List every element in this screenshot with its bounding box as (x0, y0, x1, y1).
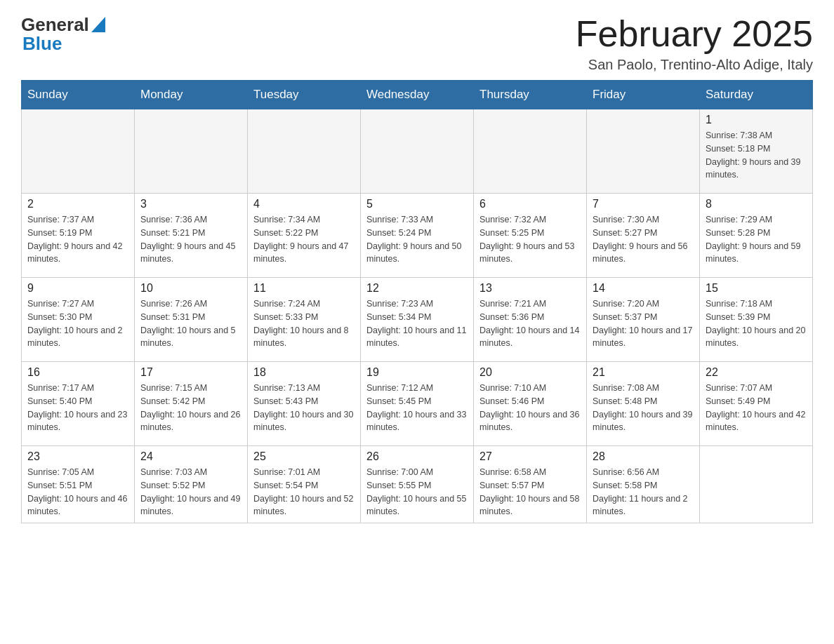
day-number: 18 (253, 366, 355, 379)
calendar-week-row: 1Sunrise: 7:38 AM Sunset: 5:18 PM Daylig… (22, 109, 813, 194)
day-number: 17 (140, 366, 241, 379)
day-number: 15 (706, 282, 807, 295)
weekday-header-sunday: Sunday (22, 81, 135, 109)
calendar-cell: 8Sunrise: 7:29 AM Sunset: 5:28 PM Daylig… (700, 194, 813, 278)
weekday-header-tuesday: Tuesday (248, 81, 361, 109)
day-number: 7 (593, 198, 694, 210)
calendar-cell (474, 109, 587, 194)
day-number: 21 (593, 366, 694, 379)
page-header: General Blue February 2025 San Paolo, Tr… (21, 14, 813, 73)
calendar-cell: 19Sunrise: 7:12 AM Sunset: 5:45 PM Dayli… (361, 362, 474, 446)
day-number: 8 (706, 198, 807, 210)
weekday-header-thursday: Thursday (474, 81, 587, 109)
day-info: Sunrise: 7:29 AM Sunset: 5:28 PM Dayligh… (706, 213, 807, 266)
day-number: 25 (253, 450, 355, 463)
weekday-header-row: SundayMondayTuesdayWednesdayThursdayFrid… (22, 81, 813, 109)
day-number: 4 (253, 198, 355, 210)
day-info: Sunrise: 7:01 AM Sunset: 5:54 PM Dayligh… (253, 466, 355, 518)
day-info: Sunrise: 7:13 AM Sunset: 5:43 PM Dayligh… (253, 382, 355, 434)
calendar-cell: 1Sunrise: 7:38 AM Sunset: 5:18 PM Daylig… (700, 109, 813, 194)
day-number: 19 (366, 366, 468, 379)
day-info: Sunrise: 7:38 AM Sunset: 5:18 PM Dayligh… (706, 129, 807, 182)
day-info: Sunrise: 7:36 AM Sunset: 5:21 PM Dayligh… (140, 213, 241, 266)
calendar-cell: 23Sunrise: 7:05 AM Sunset: 5:51 PM Dayli… (22, 446, 135, 523)
calendar-cell: 14Sunrise: 7:20 AM Sunset: 5:37 PM Dayli… (587, 278, 700, 362)
day-number: 28 (593, 450, 694, 463)
day-info: Sunrise: 6:56 AM Sunset: 5:58 PM Dayligh… (593, 466, 694, 518)
calendar-week-row: 16Sunrise: 7:17 AM Sunset: 5:40 PM Dayli… (22, 362, 813, 446)
calendar-cell (361, 109, 474, 194)
calendar-cell: 17Sunrise: 7:15 AM Sunset: 5:42 PM Dayli… (135, 362, 248, 446)
calendar-cell: 3Sunrise: 7:36 AM Sunset: 5:21 PM Daylig… (135, 194, 248, 278)
calendar-cell (587, 109, 700, 194)
calendar-week-row: 23Sunrise: 7:05 AM Sunset: 5:51 PM Dayli… (22, 446, 813, 523)
day-info: Sunrise: 7:17 AM Sunset: 5:40 PM Dayligh… (27, 382, 128, 434)
calendar-cell (22, 109, 135, 194)
calendar-cell: 20Sunrise: 7:10 AM Sunset: 5:46 PM Dayli… (474, 362, 587, 446)
day-info: Sunrise: 7:12 AM Sunset: 5:45 PM Dayligh… (366, 382, 468, 434)
calendar-cell: 24Sunrise: 7:03 AM Sunset: 5:52 PM Dayli… (135, 446, 248, 523)
title-area: February 2025 San Paolo, Trentino-Alto A… (576, 14, 813, 73)
day-info: Sunrise: 7:23 AM Sunset: 5:34 PM Dayligh… (366, 297, 468, 350)
calendar-cell: 15Sunrise: 7:18 AM Sunset: 5:39 PM Dayli… (700, 278, 813, 362)
calendar-cell: 18Sunrise: 7:13 AM Sunset: 5:43 PM Dayli… (248, 362, 361, 446)
svg-marker-0 (91, 17, 105, 32)
day-number: 3 (140, 198, 241, 210)
day-number: 1 (706, 114, 807, 126)
day-info: Sunrise: 7:27 AM Sunset: 5:30 PM Dayligh… (27, 297, 128, 350)
day-info: Sunrise: 7:32 AM Sunset: 5:25 PM Dayligh… (479, 213, 581, 266)
day-info: Sunrise: 7:00 AM Sunset: 5:55 PM Dayligh… (366, 466, 468, 518)
day-number: 14 (593, 282, 694, 295)
logo-triangle-icon (91, 17, 105, 35)
day-number: 6 (479, 198, 581, 210)
calendar-cell: 6Sunrise: 7:32 AM Sunset: 5:25 PM Daylig… (474, 194, 587, 278)
calendar-cell: 13Sunrise: 7:21 AM Sunset: 5:36 PM Dayli… (474, 278, 587, 362)
day-number: 22 (706, 366, 807, 379)
day-info: Sunrise: 7:30 AM Sunset: 5:27 PM Dayligh… (593, 213, 694, 266)
day-number: 26 (366, 450, 468, 463)
day-number: 23 (27, 450, 128, 463)
calendar-cell: 2Sunrise: 7:37 AM Sunset: 5:19 PM Daylig… (22, 194, 135, 278)
calendar-cell: 21Sunrise: 7:08 AM Sunset: 5:48 PM Dayli… (587, 362, 700, 446)
day-info: Sunrise: 7:21 AM Sunset: 5:36 PM Dayligh… (479, 297, 581, 350)
day-info: Sunrise: 6:58 AM Sunset: 5:57 PM Dayligh… (479, 466, 581, 518)
day-info: Sunrise: 7:34 AM Sunset: 5:22 PM Dayligh… (253, 213, 355, 266)
day-number: 5 (366, 198, 468, 210)
day-info: Sunrise: 7:08 AM Sunset: 5:48 PM Dayligh… (593, 382, 694, 434)
calendar-cell: 25Sunrise: 7:01 AM Sunset: 5:54 PM Dayli… (248, 446, 361, 523)
day-number: 11 (253, 282, 355, 295)
day-info: Sunrise: 7:33 AM Sunset: 5:24 PM Dayligh… (366, 213, 468, 266)
month-title: February 2025 (576, 14, 813, 54)
calendar-week-row: 9Sunrise: 7:27 AM Sunset: 5:30 PM Daylig… (22, 278, 813, 362)
calendar-cell: 16Sunrise: 7:17 AM Sunset: 5:40 PM Dayli… (22, 362, 135, 446)
weekday-header-friday: Friday (587, 81, 700, 109)
day-info: Sunrise: 7:24 AM Sunset: 5:33 PM Dayligh… (253, 297, 355, 350)
day-info: Sunrise: 7:20 AM Sunset: 5:37 PM Dayligh… (593, 297, 694, 350)
calendar-cell (700, 446, 813, 523)
day-number: 13 (479, 282, 581, 295)
location-title: San Paolo, Trentino-Alto Adige, Italy (576, 57, 813, 73)
day-info: Sunrise: 7:10 AM Sunset: 5:46 PM Dayligh… (479, 382, 581, 434)
calendar-cell: 26Sunrise: 7:00 AM Sunset: 5:55 PM Dayli… (361, 446, 474, 523)
day-number: 27 (479, 450, 581, 463)
weekday-header-saturday: Saturday (700, 81, 813, 109)
day-number: 9 (27, 282, 128, 295)
day-number: 12 (366, 282, 468, 295)
calendar-cell: 28Sunrise: 6:56 AM Sunset: 5:58 PM Dayli… (587, 446, 700, 523)
calendar-cell: 10Sunrise: 7:26 AM Sunset: 5:31 PM Dayli… (135, 278, 248, 362)
calendar-cell: 7Sunrise: 7:30 AM Sunset: 5:27 PM Daylig… (587, 194, 700, 278)
calendar-cell: 12Sunrise: 7:23 AM Sunset: 5:34 PM Dayli… (361, 278, 474, 362)
day-info: Sunrise: 7:37 AM Sunset: 5:19 PM Dayligh… (27, 213, 128, 266)
weekday-header-wednesday: Wednesday (361, 81, 474, 109)
calendar-cell: 27Sunrise: 6:58 AM Sunset: 5:57 PM Dayli… (474, 446, 587, 523)
day-info: Sunrise: 7:05 AM Sunset: 5:51 PM Dayligh… (27, 466, 128, 518)
weekday-header-monday: Monday (135, 81, 248, 109)
day-number: 24 (140, 450, 241, 463)
calendar-cell (135, 109, 248, 194)
day-number: 2 (27, 198, 128, 210)
calendar-table: SundayMondayTuesdayWednesdayThursdayFrid… (21, 80, 813, 523)
day-number: 20 (479, 366, 581, 379)
day-info: Sunrise: 7:26 AM Sunset: 5:31 PM Dayligh… (140, 297, 241, 350)
day-info: Sunrise: 7:07 AM Sunset: 5:49 PM Dayligh… (706, 382, 807, 434)
day-number: 10 (140, 282, 241, 295)
